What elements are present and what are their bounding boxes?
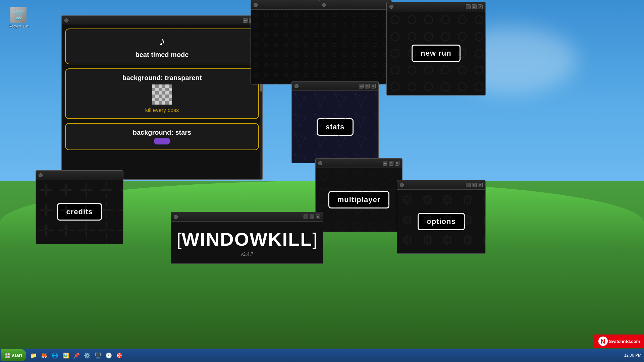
dots-pattern-2-svg (319, 10, 391, 84)
stats-maximize[interactable]: □ (365, 84, 370, 88)
new-run-maximize[interactable]: □ (472, 4, 477, 9)
stats-circle (294, 84, 299, 88)
svg-rect-25 (397, 190, 485, 253)
title-maximize[interactable]: □ (310, 215, 314, 219)
stats-titlebar: — □ ✕ (292, 81, 378, 91)
title-close[interactable]: ✕ (316, 215, 320, 219)
nintendo-url: Switchntd.com (609, 339, 640, 344)
svg-rect-3 (319, 10, 391, 84)
start-button[interactable]: 🪟 start (1, 349, 26, 361)
title-minimize[interactable]: — (304, 215, 308, 219)
multiplayer-content: multiplayer (316, 168, 402, 232)
beat-timed-label: beat timed mode (136, 51, 189, 59)
title-titlebar: — □ ✕ (171, 212, 323, 222)
taskbar-time: 12:00 PM (624, 353, 641, 358)
multiplayer-window: — □ ✕ multiplayer (315, 158, 402, 232)
new-run-circle (389, 5, 393, 9)
titlebar-circle-1 (254, 3, 258, 7)
title-content: [ WINDOWKILL ] v2.4.7 (171, 222, 323, 263)
bg-transparent-card[interactable]: background: transparent kill every boss (65, 68, 259, 119)
taskbar-settings-icon[interactable]: ⚙️ (83, 351, 92, 360)
nintendo-n-logo: N (598, 337, 608, 346)
new-run-close[interactable]: ✕ (478, 4, 483, 9)
taskbar-target-icon[interactable]: 🎯 (115, 351, 124, 360)
stats-controls: — □ ✕ (359, 84, 376, 88)
new-run-minimize[interactable]: — (466, 4, 471, 9)
taskbar-clock-icon[interactable]: 🕐 (104, 351, 113, 360)
partial-window-1-content (251, 10, 323, 84)
new-run-titlebar: — □ ✕ (387, 2, 485, 11)
taskbar-photos-icon[interactable]: 🖼️ (61, 351, 70, 360)
options-close[interactable]: ✕ (478, 183, 483, 187)
bg-transparent-title: background: transparent (122, 74, 202, 82)
stars-toggle[interactable] (154, 138, 170, 144)
taskbar-icons: 📁 🦊 🌐 🖼️ 📌 ⚙️ 🖥️ 🕐 🎯 (29, 351, 124, 360)
stats-minimize[interactable]: — (359, 84, 364, 88)
new-run-content: new run (387, 11, 485, 95)
multiplayer-controls: — □ ✕ (383, 161, 399, 166)
svg-rect-1 (251, 10, 323, 84)
new-run-window: — □ ✕ new run (386, 2, 486, 96)
bg-stars-card[interactable]: background: stars (65, 123, 259, 150)
right-bracket: ] (313, 229, 317, 249)
partial-window-2 (319, 0, 392, 84)
left-bracket: [ (177, 229, 181, 249)
title-controls: — □ ✕ (304, 215, 320, 219)
partial-window-1 (251, 0, 323, 84)
version-label: v2.4.7 (240, 251, 253, 257)
multiplayer-maximize[interactable]: □ (389, 161, 393, 166)
multiplayer-minimize[interactable]: — (383, 161, 387, 166)
start-label: start (12, 353, 22, 358)
taskbar-browser2-icon[interactable]: 🖥️ (93, 351, 103, 360)
bg-stars-title: background: stars (133, 129, 191, 136)
molecules-svg (292, 91, 378, 163)
title-circle (174, 215, 178, 219)
stats-content: stats (292, 91, 378, 163)
taskbar-right: 12:00 PM (624, 353, 644, 358)
multiplayer-titlebar: — □ ✕ (316, 159, 402, 168)
hearts-svg (316, 168, 402, 232)
options-content: options (397, 190, 485, 253)
options-window: — □ ✕ (397, 180, 486, 254)
desktop: 🗑️ Recycle Bin — □ ✕ ♪ beat timed mode b… (0, 0, 644, 362)
diamonds-svg (36, 180, 123, 244)
settings-window: — □ ✕ ♪ beat timed mode background: tran… (61, 15, 263, 180)
svg-rect-14 (316, 168, 402, 232)
multiplayer-close[interactable]: ✕ (395, 161, 399, 166)
beat-timed-card[interactable]: ♪ beat timed mode (65, 28, 259, 64)
titlebar-circle-2 (322, 3, 326, 7)
stats-close[interactable]: ✕ (371, 84, 376, 88)
options-controls: — □ ✕ (466, 183, 483, 187)
taskbar-folder-icon[interactable]: 📁 (29, 351, 38, 360)
checkerboard-icon (152, 84, 172, 105)
game-title-text: WINDOWKILL (181, 228, 312, 250)
new-run-controls: — □ ✕ (466, 4, 483, 9)
credits-circle (39, 173, 43, 177)
credits-titlebar (36, 171, 123, 180)
title-window: — □ ✕ [ WINDOWKILL ] v2.4.7 (171, 212, 323, 264)
taskbar-chrome-icon[interactable]: 🌐 (50, 351, 60, 360)
options-maximize[interactable]: □ (472, 183, 477, 187)
gears-svg (397, 190, 485, 253)
partial-window-2-content (319, 10, 391, 84)
partial-window-2-titlebar (319, 0, 391, 10)
options-titlebar: — □ ✕ (397, 180, 485, 190)
svg-rect-12 (292, 91, 378, 163)
title-row: [ WINDOWKILL ] (177, 228, 317, 250)
multiplayer-circle (318, 161, 322, 165)
minimize-button[interactable]: — (243, 18, 248, 23)
music-icon: ♪ (159, 34, 165, 48)
svg-rect-13 (36, 180, 123, 244)
nintendo-badge[interactable]: N Switchntd.com (594, 335, 644, 348)
recycle-bin-image: 🗑️ (10, 7, 26, 23)
titlebar-circle (64, 18, 68, 22)
dots-pattern-svg (251, 10, 323, 84)
recycle-bin-icon[interactable]: 🗑️ Recycle Bin (7, 7, 30, 28)
taskbar-app1-icon[interactable]: 📌 (72, 351, 81, 360)
circles-bg-svg (387, 11, 485, 95)
recycle-bin-label: Recycle Bin (9, 24, 28, 28)
options-minimize[interactable]: — (466, 183, 471, 187)
taskbar-firefox-icon[interactable]: 🦊 (40, 351, 49, 360)
settings-titlebar: — □ ✕ (62, 16, 262, 25)
partial-window-1-titlebar (251, 0, 323, 10)
